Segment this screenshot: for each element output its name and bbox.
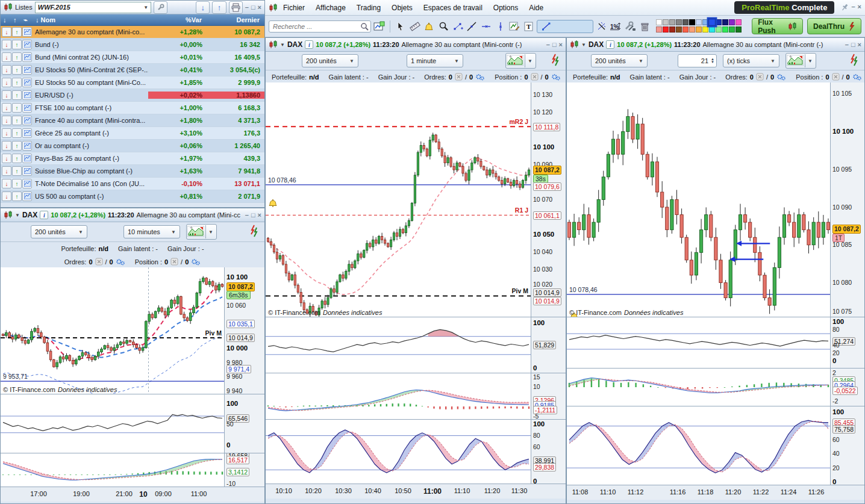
units-select[interactable]: 200 unités▼ bbox=[591, 54, 648, 67]
new-chart-window-icon[interactable] bbox=[373, 19, 386, 34]
pin-icon[interactable] bbox=[840, 3, 849, 13]
buy-icon[interactable]: ↑ bbox=[12, 166, 22, 176]
sell-order-button[interactable]: ↓ bbox=[196, 1, 210, 14]
position-settings-icon[interactable] bbox=[191, 258, 201, 267]
chart-type-button[interactable]: ▼ bbox=[785, 53, 816, 69]
close-button[interactable]: × bbox=[258, 211, 261, 219]
table-row[interactable]: ↓↑Or au comptant (-)+0,06%1 265,40 bbox=[1, 140, 264, 152]
menu-item-trading[interactable]: Trading bbox=[351, 4, 386, 12]
maximize-button[interactable]: □ bbox=[251, 211, 255, 219]
sell-icon[interactable]: ↓ bbox=[2, 191, 11, 201]
text-tool-icon[interactable]: T bbox=[523, 19, 536, 34]
color-swatch[interactable] bbox=[656, 19, 662, 25]
analysis-tool-icon[interactable] bbox=[508, 19, 521, 34]
color-swatch[interactable] bbox=[709, 26, 715, 33]
maximize-button[interactable]: □ bbox=[251, 4, 255, 11]
table-row[interactable]: ↓↑Bund (-)+0,00%16 342 bbox=[1, 39, 264, 51]
color-swatch[interactable] bbox=[722, 26, 728, 33]
open-chart-icon[interactable] bbox=[22, 78, 32, 87]
chart-body[interactable]: 10 13010 12010 111,810 10010 09010 087,2… bbox=[266, 82, 566, 503]
refresh-feed-icon[interactable] bbox=[849, 54, 858, 68]
chart-menu-caret[interactable]: ▼ bbox=[15, 213, 20, 218]
color-swatch[interactable] bbox=[669, 26, 675, 33]
search-box[interactable] bbox=[269, 20, 371, 33]
sell-icon[interactable]: ↓ bbox=[2, 65, 11, 75]
percent-scale-icon[interactable]: 1% bbox=[610, 19, 622, 34]
color-swatch[interactable] bbox=[696, 19, 702, 25]
color-swatch[interactable] bbox=[682, 26, 689, 33]
cancel-orders-icon[interactable] bbox=[756, 73, 764, 82]
open-chart-icon[interactable] bbox=[22, 141, 32, 151]
buy-icon[interactable]: ↑ bbox=[12, 191, 22, 201]
color-swatch[interactable] bbox=[702, 26, 708, 33]
buy-icon[interactable]: ↑ bbox=[12, 52, 22, 62]
minimize-button[interactable]: – bbox=[845, 41, 849, 48]
buy-icon[interactable]: ↑ bbox=[12, 78, 22, 87]
color-swatch[interactable] bbox=[716, 19, 722, 25]
table-row[interactable]: ↓↑Grèce 25 au comptant (-)+3,10%176,3 bbox=[1, 127, 264, 140]
close-position-icon[interactable] bbox=[832, 73, 840, 82]
open-chart-icon[interactable] bbox=[22, 40, 32, 49]
refresh-feed-icon[interactable] bbox=[551, 54, 560, 68]
color-swatch[interactable] bbox=[735, 26, 742, 33]
trash-icon[interactable] bbox=[638, 19, 651, 34]
open-chart-icon[interactable] bbox=[22, 166, 32, 176]
table-row[interactable]: ↓↑Bund (Mini contrat 2€) (JUN-16)+0,01%1… bbox=[1, 51, 264, 64]
buy-icon[interactable]: ↑ bbox=[12, 27, 22, 37]
close-button[interactable]: × bbox=[258, 4, 261, 11]
orders-settings-icon[interactable] bbox=[475, 73, 485, 82]
sell-icon[interactable]: ↓ bbox=[2, 90, 11, 100]
cancel-orders-icon[interactable] bbox=[455, 73, 463, 82]
close-position-icon[interactable] bbox=[170, 258, 178, 267]
delete-line-tool-icon[interactable] bbox=[595, 19, 608, 34]
chart-pane-main[interactable]: 10 10010 087,26m38s10 06010 035,110 014,… bbox=[1, 267, 264, 394]
period-select[interactable]: 10 minutes▼ bbox=[123, 225, 180, 238]
period-select[interactable]: (x) ticks▼ bbox=[723, 54, 779, 67]
table-row[interactable]: ↓↑France 40 au comptant (Mini-contra...+… bbox=[1, 114, 264, 127]
pointer-tool-icon[interactable] bbox=[395, 19, 407, 34]
search-input[interactable] bbox=[269, 20, 371, 33]
orders-settings-icon[interactable] bbox=[116, 258, 125, 267]
chart-pane-main[interactable]: 10 13010 12010 111,810 10010 09010 087,2… bbox=[266, 82, 566, 317]
symbol[interactable]: DAX bbox=[589, 40, 604, 49]
buy-icon[interactable]: ↑ bbox=[12, 179, 22, 188]
segment-tool-icon[interactable] bbox=[451, 19, 464, 34]
minimize-button[interactable]: – bbox=[245, 4, 249, 11]
settings-tools-icon[interactable] bbox=[624, 19, 637, 34]
buy-order-button[interactable]: ↑ bbox=[212, 1, 226, 14]
chart-body[interactable]: 10 10010 087,26m38s10 06010 035,110 014,… bbox=[1, 267, 264, 503]
time-axis[interactable]: 17:0019:0021:001009:0011:00 bbox=[1, 487, 264, 502]
table-row[interactable]: ↓↑FTSE 100 au comptant (-)+1,00%6 168,3 bbox=[1, 102, 264, 114]
maximize-button[interactable]: □ bbox=[851, 41, 855, 48]
flux-push-button[interactable]: Flux Push bbox=[752, 18, 803, 34]
modify-tool-icon[interactable] bbox=[537, 20, 593, 33]
info-icon[interactable]: i bbox=[40, 211, 48, 219]
chart-pane-macd[interactable]: 15102,12960,9185-1,2111-5 bbox=[266, 373, 566, 420]
time-axis[interactable]: 11:0811:1011:1211:1611:1811:2011:2211:24… bbox=[567, 485, 864, 500]
period-select[interactable]: 1 minute▼ bbox=[407, 54, 463, 67]
buy-icon[interactable]: ↑ bbox=[12, 103, 22, 113]
open-chart-icon[interactable] bbox=[22, 103, 32, 113]
color-swatch[interactable] bbox=[689, 19, 695, 25]
close-button[interactable]: × bbox=[858, 41, 861, 48]
chart-pane-macd[interactable]: 20,34850,2964-0,0522-2 bbox=[567, 369, 864, 406]
color-swatch[interactable] bbox=[676, 26, 682, 33]
symbol[interactable]: DAX bbox=[22, 211, 37, 219]
spinner-arrows-icon[interactable]: ▲▼ bbox=[711, 58, 714, 64]
open-chart-icon[interactable] bbox=[22, 179, 32, 188]
table-row[interactable]: ↓↑Suisse Blue-Chip au comptant (-)+1,63%… bbox=[1, 165, 264, 178]
close-button[interactable]: × bbox=[559, 41, 563, 48]
refresh-feed-icon[interactable] bbox=[249, 225, 258, 239]
ruler-tool-icon[interactable] bbox=[408, 19, 421, 34]
table-row[interactable]: ↓↑Pays-Bas 25 au comptant (-)+1,97%439,3 bbox=[1, 152, 264, 165]
color-swatch[interactable] bbox=[663, 26, 669, 33]
sell-icon[interactable]: ↓ bbox=[2, 166, 11, 176]
chart-pane-rsi[interactable]: 10051,8290 bbox=[266, 317, 566, 373]
horizontal-line-tool-icon[interactable] bbox=[480, 19, 493, 34]
sell-icon[interactable]: ↓ bbox=[2, 116, 11, 125]
info-icon[interactable]: i bbox=[305, 40, 313, 49]
color-swatch[interactable] bbox=[716, 26, 722, 33]
minimize-button[interactable]: – bbox=[851, 3, 855, 13]
symbol[interactable]: DAX bbox=[287, 40, 302, 49]
open-chart-icon[interactable] bbox=[22, 52, 32, 62]
